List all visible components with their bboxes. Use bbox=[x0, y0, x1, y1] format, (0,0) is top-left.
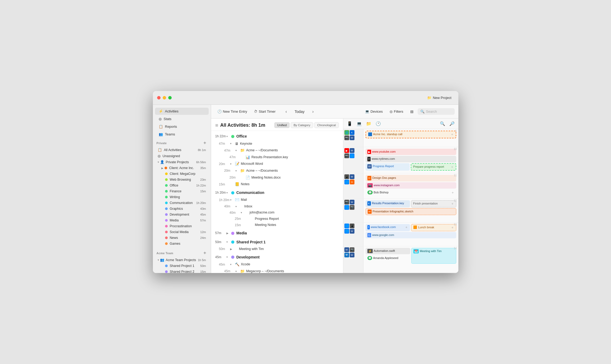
sidebar-project-graphics[interactable]: Graphics 43m bbox=[154, 206, 210, 212]
add-to-progress-button[interactable]: ＋ bbox=[450, 165, 454, 169]
prev-day-button[interactable]: ‹ bbox=[282, 108, 290, 115]
section-communication[interactable]: 1h 20m ▾ Communication bbox=[211, 189, 343, 197]
timeline-hour-15: W 📷 🌐 W 15 bbox=[343, 273, 458, 273]
section-office[interactable]: 1h 22m ▾ Office bbox=[211, 133, 343, 140]
event-design-doc[interactable]: ✏ Design Doc.pages bbox=[366, 175, 456, 181]
sidebar-project-development[interactable]: Development 45m bbox=[154, 212, 210, 217]
event-facebook[interactable]: f www.facebook.com ＋ bbox=[366, 224, 410, 231]
event-prepare-progress[interactable]: Prepare progress report ＋ bbox=[411, 163, 456, 171]
event-finish-presentation[interactable]: Finish presentation ＋ bbox=[411, 200, 456, 207]
mobile-view-button[interactable]: 📱 bbox=[346, 120, 353, 128]
event-meeting-tim[interactable]: 📅 Meeting with Tim bbox=[411, 248, 456, 264]
item-inbox[interactable]: 40m ▾ Inbox bbox=[211, 203, 343, 210]
add-to-bob-button[interactable]: ＋ bbox=[451, 190, 454, 195]
timeline-scroll[interactable]: 🌐 K 📷 W 9 bbox=[343, 129, 458, 273]
sidebar-shared-project-1[interactable]: Shared Project 1 50m bbox=[154, 263, 210, 269]
event-amanda[interactable]: 💬 Amanda Appleseed bbox=[366, 255, 411, 261]
view-chronological-button[interactable]: Chronological bbox=[314, 122, 339, 128]
item-keynote[interactable]: 47m ▾ 🖥 Keynote bbox=[211, 140, 343, 147]
sidebar-project-news[interactable]: News 24m bbox=[154, 235, 210, 241]
item-meeting-notes-mail[interactable]: 15m Meeting Notes bbox=[211, 222, 343, 228]
event-youtube[interactable]: ▶ www.youtube.com bbox=[366, 149, 456, 155]
sidebar-project-office[interactable]: Office 1h 22m bbox=[154, 183, 210, 188]
item-meeting-tim[interactable]: 50m ▶ Meeting with Tim bbox=[211, 246, 343, 252]
app-icon-word5: W bbox=[350, 229, 354, 234]
close-button[interactable] bbox=[157, 96, 161, 99]
sidebar-project-communication[interactable]: Communication 1h 20m bbox=[154, 200, 210, 206]
sidebar-project-writing[interactable]: Writing bbox=[154, 194, 210, 200]
item-john-acme[interactable]: 40m ▾ john@acme.com bbox=[211, 210, 343, 216]
youtube-icon: ▶ bbox=[367, 150, 371, 154]
layout-button[interactable]: ▤ bbox=[408, 108, 416, 115]
sidebar-project-finance[interactable]: Finance 15m bbox=[154, 188, 210, 194]
sidebar-project-games[interactable]: Games bbox=[154, 241, 210, 247]
sidebar-project-acme[interactable]: ▶ Client: Acme Inc. 35m bbox=[154, 165, 210, 171]
item-word[interactable]: 20m ▾ 📝 Microsoft Word bbox=[211, 161, 343, 167]
sidebar-shared-project-2[interactable]: Shared Project 2 15m bbox=[154, 269, 210, 273]
search-box[interactable]: 🔍 Search bbox=[418, 108, 455, 115]
expand-office-icon[interactable]: ▾ bbox=[226, 135, 231, 138]
sidebar-acme-projects[interactable]: ▾ 👥 Acme Team Projects 1h 5m bbox=[154, 257, 210, 263]
sidebar-project-procrastination[interactable]: Procrastination bbox=[154, 223, 210, 229]
add-to-standup-button[interactable]: ＋ bbox=[450, 132, 454, 137]
sidebar-item-teams[interactable]: 👥 Teams bbox=[155, 131, 209, 138]
titlebar: 📁 New Project bbox=[153, 91, 458, 105]
add-to-presentation-button[interactable]: ＋ bbox=[451, 202, 454, 206]
fullscreen-button[interactable] bbox=[168, 96, 172, 99]
sidebar-item-reports[interactable]: 📋 Reports bbox=[155, 123, 209, 130]
event-presentation-infographic[interactable]: ✏ Presentation Infographic.sketch bbox=[366, 208, 456, 215]
zoom-out-button[interactable]: 🔎 bbox=[448, 120, 456, 128]
item-megacorp-docs[interactable]: 45m ▾ 📁 Megacorp – ~/Documents bbox=[211, 268, 343, 273]
app-icon-cam3: 📷 bbox=[344, 200, 349, 204]
add-private-project-button[interactable]: ＋ bbox=[203, 140, 207, 146]
event-acme-standup[interactable]: 🟦 Acme Inc. standup call ＋ bbox=[366, 131, 456, 138]
event-bob-bishop[interactable]: 💬 Bob Bishop ＋ bbox=[366, 189, 456, 196]
sidebar-item-stats[interactable]: ◎ Stats bbox=[155, 115, 209, 122]
sidebar-project-socialmedia[interactable]: Social Media 12m bbox=[154, 229, 210, 235]
main-window: 📁 New Project ⚡ Activities ◎ Stats 📋 Rep… bbox=[153, 91, 458, 273]
new-project-button[interactable]: 📁 New Project bbox=[425, 94, 454, 101]
item-acme-docs-word[interactable]: 20m ▾ 📁 Acme – ~/Documents bbox=[211, 167, 343, 174]
event-progress-report[interactable]: W Progress Report bbox=[366, 163, 410, 171]
minimize-button[interactable] bbox=[163, 96, 166, 99]
event-google[interactable]: G www.google.com bbox=[366, 232, 456, 238]
view-unified-button[interactable]: Unified bbox=[274, 122, 290, 128]
section-development[interactable]: 45m ▾ Development bbox=[211, 253, 343, 261]
item-xcode[interactable]: 45m ▾ 🔨 Xcode bbox=[211, 261, 343, 268]
sidebar-private-projects[interactable]: ▾ 👤 Private Projects 6h 56m bbox=[154, 159, 210, 165]
item-meeting-notes-docx[interactable]: 20m 📄 Meeting Notes.docx bbox=[211, 174, 343, 181]
sidebar-unassigned[interactable]: ◎ Unassigned bbox=[154, 153, 210, 159]
sidebar-item-activities[interactable]: ⚡ Activities bbox=[155, 108, 209, 115]
sidebar-project-webbrowsing[interactable]: Web Browsing 23m bbox=[154, 177, 210, 183]
zoom-in-button[interactable]: 🔍 bbox=[439, 120, 446, 128]
item-progress-report-mail[interactable]: 25m Progress Report bbox=[211, 216, 343, 222]
add-to-lunch-button[interactable]: ＋ bbox=[451, 225, 454, 230]
sidebar-all-activities[interactable]: 📋 All Activities 8h 1m bbox=[154, 147, 210, 153]
devices-button[interactable]: 💻 Devices bbox=[362, 108, 385, 115]
section-media[interactable]: 57m ▶ Media bbox=[211, 229, 343, 237]
filters-button[interactable]: ◎ Filters bbox=[387, 108, 406, 115]
event-instagram[interactable]: 📷 www.instagram.com bbox=[366, 182, 456, 189]
section-shared-project-1[interactable]: 50m ▾ Shared Project 1 bbox=[211, 238, 343, 246]
event-nytimes[interactable]: T www.nytimes.com bbox=[366, 156, 456, 162]
item-notes[interactable]: 15m 📒 Notes bbox=[211, 181, 343, 188]
view-by-category-button[interactable]: By Category bbox=[291, 122, 313, 128]
event-lunch-break[interactable]: 🟧 Lunch break ＋ bbox=[411, 224, 456, 231]
item-results-presentation[interactable]: 47m 📊 Results Presentation.key bbox=[211, 154, 343, 161]
folder-view-button[interactable]: 📁 bbox=[365, 120, 372, 128]
start-timer-button[interactable]: ⏱ Start Timer bbox=[251, 108, 278, 115]
app-icon-word7: W bbox=[350, 253, 354, 257]
next-day-button[interactable]: › bbox=[309, 108, 317, 115]
desktop-view-button[interactable]: 💻 bbox=[355, 120, 363, 128]
clock-view-button[interactable]: 🕐 bbox=[375, 120, 382, 128]
event-automation-swift[interactable]: ⚡ Automation.swift bbox=[366, 248, 411, 254]
sidebar-project-media[interactable]: Media 57m bbox=[154, 217, 210, 223]
sidebar-project-megacorp[interactable]: Client: MegaCorp bbox=[154, 171, 210, 177]
item-acme-docs[interactable]: 47m ▾ 📁 Acme – ~/Documents bbox=[211, 147, 343, 154]
event-results-presentation[interactable]: K Results Presentation.key bbox=[366, 200, 410, 207]
app-icon-safari3: 🌐 bbox=[344, 205, 349, 210]
item-mail[interactable]: 1h 20m ▾ ✉️ Mail bbox=[211, 197, 343, 203]
add-acme-project-button[interactable]: ＋ bbox=[203, 250, 207, 256]
add-to-facebook-button[interactable]: ＋ bbox=[405, 225, 408, 230]
new-time-entry-button[interactable]: 🕐 New Time Entry bbox=[215, 108, 250, 115]
